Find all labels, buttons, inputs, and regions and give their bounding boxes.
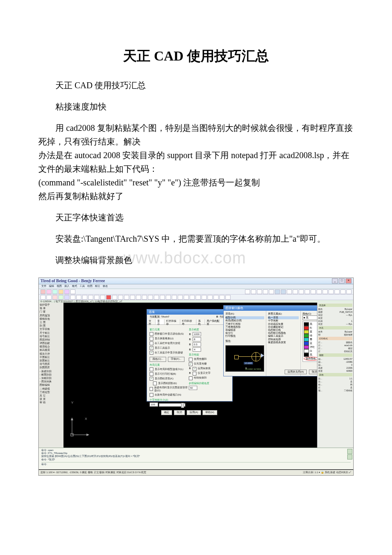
context-item[interactable]: 布局/图纸空间 [225, 319, 264, 322]
element-item[interactable]: 编辑工具提示 [268, 335, 299, 338]
tree-item[interactable]: 剖面图库 [40, 366, 64, 369]
tree-item[interactable]: 立 面 [40, 321, 64, 324]
tree-item[interactable]: 部面标注 [40, 359, 64, 362]
options-tab[interactable]: 文件 [147, 319, 156, 324]
tree-item[interactable]: 标高楼层 [40, 349, 64, 352]
tree-item[interactable]: 剖 面 [40, 324, 64, 327]
ok-button[interactable]: 确定 [161, 410, 172, 415]
close-button[interactable]: × [346, 278, 352, 283]
options-tabs[interactable]: 文件显示打开和保存打印和发布系统用户系统配置草图 [147, 319, 232, 325]
scroll-down-button[interactable] [347, 454, 352, 460]
context-item[interactable]: 块编辑器 [225, 329, 264, 332]
options-tab[interactable]: 打开和保存 [164, 319, 181, 324]
context-item[interactable]: 三维透视投影 [225, 326, 264, 329]
property-row[interactable]: 圆...12453.57 [318, 358, 352, 360]
property-row[interactable]: 打是 [318, 386, 352, 389]
minimize-button[interactable]: _ [332, 278, 338, 283]
apply-close-button[interactable]: 应用并关闭(A) [285, 370, 307, 374]
cancel-button[interactable]: 取消 [174, 410, 185, 415]
tree-item[interactable]: - 加粗剖切 [40, 377, 64, 380]
tree-item[interactable]: 模块主控 [40, 353, 64, 356]
options-tab[interactable]: 用户系统配置 [205, 319, 223, 324]
property-row[interactable]: 标...商 [318, 383, 352, 386]
element-item[interactable]: 自动捕捉标记 [268, 326, 299, 329]
tree-item[interactable]: 其 它 [40, 394, 64, 397]
tree-item[interactable]: 平面标注 [40, 356, 64, 359]
property-row[interactable]: 线宽 [318, 317, 352, 319]
property-row[interactable]: 图层PUB_HATCH [318, 311, 352, 313]
property-row[interactable]: 打否则此无 [318, 350, 352, 353]
element-item[interactable]: 十字光标 [268, 319, 299, 322]
tree-item[interactable]: 墙 体 [40, 307, 64, 310]
color-preview: 10.6005 + 28.2260 16.5004 [225, 345, 264, 372]
apply-button[interactable]: 应用(A) [187, 410, 201, 415]
tree-item[interactable]: 文字表格 [40, 328, 64, 331]
tree-item[interactable]: 符号标注 [40, 335, 64, 338]
property-row[interactable]: 圆...-10086 [318, 361, 352, 363]
left-panel[interactable]: 保护因子墙 体门 窗房间屋顶楼梯其他立 面剖 面文字表格尺寸标注符号标注图层控制… [39, 303, 66, 449]
properties-panel[interactable]: 无选择 颜色ByLayer图层PUB_HATCH线型— ByL线宽比例1线宽— … [317, 303, 353, 449]
toolbar-1[interactable] [39, 289, 353, 295]
element-item[interactable]: 控制点轮廓 [268, 338, 299, 341]
property-row[interactable]: 注...1:1 [318, 377, 352, 380]
property-row[interactable]: 比例1 [318, 320, 352, 322]
tree-item[interactable]: 设 置 [40, 398, 64, 401]
tree-item[interactable]: - 新建剖切 [40, 370, 64, 373]
property-row[interactable]: 打...随颜色 [318, 341, 352, 344]
p1-line2: 办法是在 autocad 2008 安装目录的 support 目录下用 not… [38, 148, 354, 176]
help-button[interactable]: 帮助(H) [202, 410, 217, 415]
property-row[interactable]: 线宽— ByL [318, 323, 352, 325]
property-row[interactable]: 高度21936 [318, 367, 352, 369]
property-row[interactable]: 视...二维线框 [318, 389, 352, 392]
options-dialog: 选项 当前配置: TArch7 🗎 当前图形 文件显示打开和保存打印和发布系统用… [147, 309, 233, 402]
p1-line3: (command "-scalelistedit" "reset" "y" "e… [38, 176, 354, 189]
scroll-up-button[interactable] [347, 449, 352, 454]
toolbar-2[interactable] [39, 295, 353, 300]
element-item[interactable]: 自动追踪矢量 [268, 323, 299, 326]
element-item[interactable]: 橡皮筋线条放置 [268, 341, 299, 344]
drawing-area[interactable]: Y X 选项 当前配置: TArch7 🗎 当前图形 文件显示打开和保存打印和发… [63, 303, 319, 449]
tree-item[interactable]: 保护因子 [40, 304, 64, 306]
menubar[interactable]: 文件编辑视图插入格式工具绘图标注修改 [39, 284, 353, 289]
property-row[interactable]: 颜色ByLayer [318, 308, 352, 310]
property-row[interactable]: 宽度60830 [318, 370, 352, 372]
tree-item[interactable]: 房间屋顶 [40, 314, 64, 317]
font-button[interactable]: 字体(F)... [168, 357, 184, 361]
context-item[interactable]: 打印预览 [225, 335, 264, 338]
tree-item[interactable]: 门 窗 [40, 310, 64, 313]
tree-item[interactable]: 三维造型 [40, 391, 64, 394]
color-button[interactable]: 颜色(C)... [150, 357, 166, 361]
options-tab[interactable]: 系统 [196, 319, 205, 324]
tree-item[interactable]: 符号图库 [40, 363, 64, 366]
tree-item[interactable]: 图标编辑 [40, 384, 64, 387]
subtitle: 天正 CAD 使用技巧汇总 [38, 78, 354, 92]
property-row[interactable]: 打...模型 [318, 347, 352, 350]
options-tab[interactable]: 显示 [156, 319, 164, 324]
property-row[interactable]: 材质ByLayer [318, 330, 352, 333]
tree-item[interactable]: - 断面剖切 [40, 373, 64, 376]
svg-marker-2 [71, 418, 73, 420]
context-item[interactable]: 命令行 [225, 332, 264, 335]
svg-marker-3 [86, 434, 89, 436]
section-1-heading: 粘接速度加快 [38, 100, 354, 113]
tree-item[interactable]: 详图创建 [40, 342, 64, 345]
property-row[interactable]: 打...acad.ctb [318, 344, 352, 347]
maximize-button[interactable]: □ [339, 278, 345, 283]
property-row[interactable]: 明透射物层 [318, 333, 352, 336]
tree-item[interactable]: - 图块转换 [40, 380, 64, 383]
property-row[interactable]: 圆...0 [318, 364, 352, 366]
doc-title: 天正 CAD 使用技巧汇总 [38, 47, 354, 66]
tree-item[interactable]: 帮 助 [40, 401, 64, 404]
context-item[interactable]: 三维平行投影 [225, 323, 264, 326]
tree-item[interactable]: 楼梯其他 [40, 318, 64, 321]
tree-item[interactable]: 尺寸标注 [40, 332, 64, 335]
property-row[interactable]: 线型— ByL [318, 314, 352, 316]
tree-item[interactable]: 二维建模 [40, 387, 64, 390]
tree-item[interactable]: 楼层组合 [40, 345, 64, 348]
main-area: 保护因子墙 体门 窗房间屋顶楼梯其他立 面剖 面文字表格尺寸标注符号标注图层控制… [39, 303, 353, 449]
command-area[interactable]: 命令: open 命令: FT1_TRotateClip 旋转位置或 [转90度… [39, 448, 353, 469]
options-tab[interactable]: 打印和发布 [180, 319, 196, 324]
tree-item[interactable]: 图层控制 [40, 338, 64, 341]
p2: 安装盘:\Tangent\TArch7\SYS 中，把需要置顶的字体名称前加上"… [38, 232, 354, 246]
property-row[interactable]: 注...是 [318, 380, 352, 383]
